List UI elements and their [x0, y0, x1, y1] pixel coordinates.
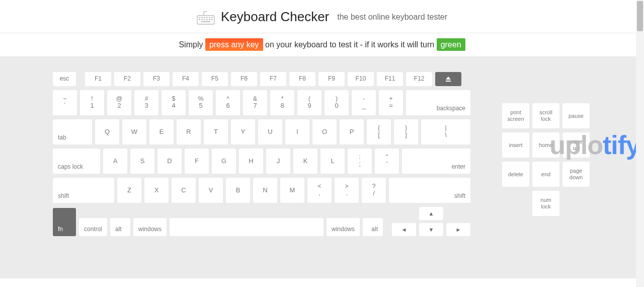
key-o[interactable]: O	[312, 119, 337, 145]
key-h[interactable]: H	[239, 149, 263, 174]
key-s[interactable]: S	[130, 149, 154, 174]
key-backtick[interactable]: ~`	[53, 90, 77, 115]
key-end[interactable]: end	[532, 162, 559, 187]
key-0[interactable]: )0	[325, 90, 349, 115]
key-k[interactable]: K	[293, 149, 317, 174]
key-fn[interactable]: fn	[53, 208, 76, 236]
key-arrow-right[interactable]: ►	[446, 223, 470, 236]
key-arrow-left[interactable]: ◄	[392, 223, 416, 236]
key-i[interactable]: I	[285, 119, 309, 145]
key-space[interactable]	[170, 218, 324, 236]
arrow-keys: ▲ ◄ ▼ ►	[392, 207, 470, 236]
key-arrow-down[interactable]: ▼	[419, 223, 443, 236]
key-page-up[interactable]: pageup	[562, 132, 590, 158]
key-comma[interactable]: <,	[307, 178, 332, 203]
key-u[interactable]: U	[258, 119, 282, 145]
key-eject[interactable]	[435, 72, 461, 86]
key-f11[interactable]: F11	[377, 72, 403, 86]
key-capslock[interactable]: caps lock	[53, 149, 100, 174]
key-a[interactable]: A	[103, 149, 127, 174]
svg-rect-7	[199, 19, 200, 20]
key-lwin[interactable]: windows	[133, 218, 167, 236]
key-backspace[interactable]: backspace	[406, 90, 470, 115]
key-6[interactable]: ^6	[216, 90, 240, 115]
key-m[interactable]: M	[280, 178, 304, 203]
key-y[interactable]: Y	[231, 119, 255, 145]
key-print-screen[interactable]: printscreen	[502, 103, 529, 128]
key-4[interactable]: $4	[162, 90, 186, 115]
key-j[interactable]: J	[266, 149, 290, 174]
key-esc[interactable]: esc	[53, 72, 76, 86]
key-d[interactable]: D	[157, 149, 182, 174]
key-l[interactable]: L	[320, 149, 345, 174]
key-g[interactable]: G	[212, 149, 236, 174]
key-insert[interactable]: insert	[502, 132, 529, 158]
key-pause[interactable]: pause	[562, 103, 590, 128]
key-lctrl[interactable]: control	[79, 218, 107, 236]
scrollbar-thumb[interactable]	[637, 1, 643, 31]
key-8[interactable]: *8	[270, 90, 294, 115]
key-lalt[interactable]: alt	[110, 218, 130, 236]
fn-row: esc F1 F2 F3 F4 F5 F6 F7 F8 F9 F10 F11 F…	[53, 72, 470, 86]
key-period[interactable]: >.	[335, 178, 359, 203]
key-enter[interactable]: enter	[402, 149, 470, 174]
key-p[interactable]: P	[340, 119, 364, 145]
key-slash[interactable]: ?/	[362, 178, 386, 203]
key-9[interactable]: (9	[297, 90, 321, 115]
key-5[interactable]: %5	[189, 90, 213, 115]
key-2[interactable]: @2	[107, 90, 131, 115]
key-w[interactable]: W	[122, 119, 146, 145]
key-ralt[interactable]: alt	[363, 218, 383, 236]
key-home[interactable]: home	[532, 132, 559, 158]
key-backslash[interactable]: |\	[421, 119, 470, 145]
key-delete[interactable]: delete	[502, 162, 529, 187]
key-f6[interactable]: F6	[231, 72, 257, 86]
key-f5[interactable]: F5	[202, 72, 228, 86]
key-lshift[interactable]: shift	[53, 178, 114, 203]
key-rwin[interactable]: windows	[327, 218, 360, 236]
key-3[interactable]: #3	[134, 90, 158, 115]
page-subtitle: the best online keyboard tester	[337, 13, 447, 22]
key-rbracket[interactable]: }]	[394, 119, 418, 145]
key-quote[interactable]: "'	[375, 149, 399, 174]
key-b[interactable]: B	[226, 178, 250, 203]
key-7[interactable]: &7	[243, 90, 267, 115]
key-num-lock[interactable]: numlock	[532, 191, 559, 216]
key-f8[interactable]: F8	[289, 72, 315, 86]
svg-rect-9	[204, 19, 205, 20]
svg-rect-1	[199, 17, 200, 18]
key-f10[interactable]: F10	[348, 72, 374, 86]
key-z[interactable]: Z	[117, 178, 141, 203]
key-tab[interactable]: tab	[53, 119, 92, 145]
key-v[interactable]: V	[199, 178, 223, 203]
key-x[interactable]: X	[144, 178, 169, 203]
key-n[interactable]: N	[253, 178, 277, 203]
key-f9[interactable]: F9	[318, 72, 345, 86]
key-semicolon[interactable]: :;	[348, 149, 372, 174]
key-r[interactable]: R	[177, 119, 201, 145]
key-f12[interactable]: F12	[406, 72, 432, 86]
key-t[interactable]: T	[204, 119, 228, 145]
key-e[interactable]: E	[149, 119, 174, 145]
zxcv-row: shift Z X C V B N M <, >. ?/ shift	[53, 178, 470, 203]
scrollbar[interactable]	[636, 0, 644, 287]
key-minus[interactable]: -_	[352, 90, 376, 115]
svg-rect-13	[201, 21, 210, 22]
key-f1[interactable]: F1	[85, 72, 111, 86]
instruction-mid: on your keyboard to test it - if it work…	[265, 40, 437, 49]
asdf-row: caps lock A S D F G H J K L :; "' enter	[53, 149, 470, 174]
key-f4[interactable]: F4	[173, 72, 199, 86]
key-lbracket[interactable]: {[	[367, 119, 391, 145]
key-q[interactable]: Q	[95, 119, 119, 145]
key-equals[interactable]: +=	[379, 90, 403, 115]
key-1[interactable]: !1	[80, 90, 104, 115]
key-page-down[interactable]: pagedown	[562, 162, 590, 187]
key-c[interactable]: C	[172, 178, 196, 203]
key-arrow-up[interactable]: ▲	[419, 207, 443, 220]
key-f[interactable]: F	[185, 149, 209, 174]
key-scroll-lock[interactable]: scrolllock	[532, 103, 559, 128]
key-f3[interactable]: F3	[143, 72, 170, 86]
key-f7[interactable]: F7	[260, 72, 286, 86]
key-rshift[interactable]: shift	[389, 178, 470, 203]
key-f2[interactable]: F2	[114, 72, 140, 86]
